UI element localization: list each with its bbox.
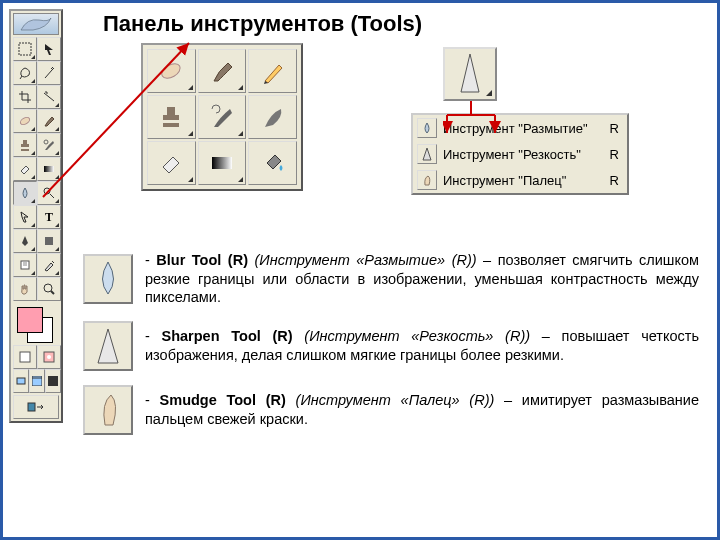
desc-text: - Sharpen Tool (R) (Инструмент «Резкость… bbox=[145, 327, 699, 364]
stamp-tool[interactable] bbox=[13, 133, 37, 157]
blur-drop-icon bbox=[417, 118, 437, 138]
eyedropper-tool[interactable] bbox=[37, 253, 61, 277]
pen-tool[interactable] bbox=[13, 229, 37, 253]
tool-detail-panel bbox=[141, 43, 303, 191]
flyout-key: R bbox=[610, 121, 619, 136]
desc-text: - Blur Tool (R) (Инструмент «Размытие» (… bbox=[145, 251, 699, 307]
detail-pencil[interactable] bbox=[248, 49, 297, 93]
slice-tool[interactable] bbox=[37, 85, 61, 109]
sharpen-icon bbox=[453, 52, 487, 96]
wand-tool[interactable] bbox=[37, 61, 61, 85]
fg-color[interactable] bbox=[17, 307, 43, 333]
svg-rect-6 bbox=[45, 237, 53, 245]
desc-blur: - Blur Tool (R) (Инструмент «Размытие» (… bbox=[83, 251, 699, 307]
feather-icon bbox=[19, 16, 53, 32]
type-icon: T bbox=[45, 210, 53, 225]
brush-tool[interactable] bbox=[37, 109, 61, 133]
screen-full[interactable] bbox=[45, 369, 61, 393]
detail-bucket[interactable] bbox=[248, 141, 297, 185]
svg-rect-12 bbox=[20, 352, 30, 362]
shape-tool[interactable] bbox=[37, 229, 61, 253]
screen-std[interactable] bbox=[13, 369, 29, 393]
type-tool[interactable]: T bbox=[37, 205, 61, 229]
desc-smudge: - Smudge Tool (R) (Инструмент «Палец» (R… bbox=[83, 385, 699, 435]
svg-point-14 bbox=[47, 355, 51, 359]
tools-panel: T bbox=[9, 9, 63, 423]
screen-full-menu[interactable] bbox=[29, 369, 45, 393]
desc-text: - Smudge Tool (R) (Инструмент «Палец» (R… bbox=[145, 391, 699, 428]
healing-tool[interactable] bbox=[13, 109, 37, 133]
svg-point-10 bbox=[44, 284, 52, 292]
svg-line-5 bbox=[50, 194, 54, 198]
hand-tool[interactable] bbox=[13, 277, 37, 301]
svg-point-4 bbox=[44, 188, 50, 194]
selected-tool-large[interactable] bbox=[443, 47, 497, 101]
lasso-tool[interactable] bbox=[13, 61, 37, 85]
desc-sharpen: - Sharpen Tool (R) (Инструмент «Резкость… bbox=[83, 321, 699, 371]
move-tool[interactable] bbox=[37, 37, 61, 61]
panel-header[interactable] bbox=[13, 13, 59, 35]
jump-to-imageready[interactable] bbox=[13, 395, 59, 419]
blur-drop-icon bbox=[83, 254, 133, 304]
flyout-item-sharpen[interactable]: Инструмент "Резкость" R bbox=[413, 141, 627, 167]
flyout-label: Инструмент "Резкость" bbox=[443, 147, 588, 162]
svg-point-2 bbox=[44, 140, 48, 144]
flyout-item-smudge[interactable]: Инструмент "Палец" R bbox=[413, 167, 627, 193]
crop-tool[interactable] bbox=[13, 85, 37, 109]
sharpen-icon bbox=[83, 321, 133, 371]
detail-history-brush[interactable] bbox=[198, 95, 247, 139]
tools-grid: T bbox=[13, 37, 59, 301]
svg-rect-21 bbox=[212, 157, 232, 169]
svg-point-1 bbox=[19, 116, 31, 126]
svg-rect-0 bbox=[19, 43, 31, 55]
svg-rect-15 bbox=[17, 378, 25, 384]
svg-point-20 bbox=[160, 61, 183, 81]
sharpen-icon bbox=[417, 144, 437, 164]
dodge-tool[interactable] bbox=[37, 181, 61, 205]
flyout-key: R bbox=[610, 173, 619, 188]
color-swatches[interactable] bbox=[13, 305, 59, 345]
smudge-finger-icon bbox=[83, 385, 133, 435]
detail-healing[interactable] bbox=[147, 49, 196, 93]
flyout-key: R bbox=[610, 147, 619, 162]
eraser-tool[interactable] bbox=[13, 157, 37, 181]
flyout-item-blur[interactable]: Инструмент "Размытие" R bbox=[413, 115, 627, 141]
gradient-tool[interactable] bbox=[37, 157, 61, 181]
zoom-tool[interactable] bbox=[37, 277, 61, 301]
quickmask-mode[interactable] bbox=[37, 345, 61, 369]
notes-tool[interactable] bbox=[13, 253, 37, 277]
detail-gradient[interactable] bbox=[198, 141, 247, 185]
page-title: Панель инструментов (Tools) bbox=[103, 11, 422, 37]
detail-art-history[interactable] bbox=[248, 95, 297, 139]
path-tool[interactable] bbox=[13, 205, 37, 229]
detail-eraser[interactable] bbox=[147, 141, 196, 185]
svg-rect-3 bbox=[44, 166, 54, 172]
svg-rect-18 bbox=[48, 376, 58, 386]
blur-tool[interactable] bbox=[13, 181, 37, 205]
svg-line-11 bbox=[51, 291, 54, 294]
descriptions: - Blur Tool (R) (Инструмент «Размытие» (… bbox=[83, 251, 699, 449]
standard-mode[interactable] bbox=[13, 345, 37, 369]
marquee-tool[interactable] bbox=[13, 37, 37, 61]
detail-stamp[interactable] bbox=[147, 95, 196, 139]
flyout-label: Инструмент "Размытие" bbox=[443, 121, 588, 136]
smudge-finger-icon bbox=[417, 170, 437, 190]
detail-brush[interactable] bbox=[198, 49, 247, 93]
svg-rect-19 bbox=[28, 403, 35, 411]
history-brush-tool[interactable] bbox=[37, 133, 61, 157]
flyout-label: Инструмент "Палец" bbox=[443, 173, 588, 188]
tool-flyout-menu: Инструмент "Размытие" R Инструмент "Резк… bbox=[411, 113, 629, 195]
